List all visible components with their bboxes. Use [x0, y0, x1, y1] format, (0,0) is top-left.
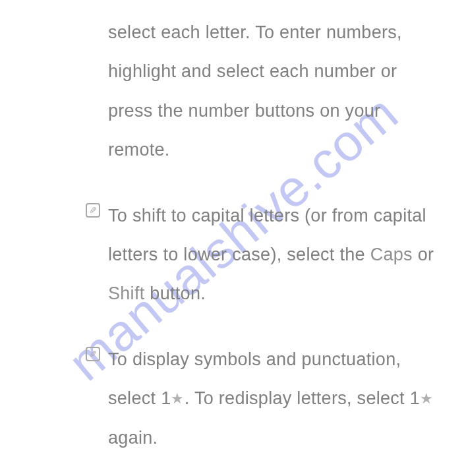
note-icon: [86, 347, 100, 361]
paragraph-symbols: To display symbols and punctuation, sele…: [86, 340, 446, 458]
paragraph-intro: select each letter. To enter numbers, hi…: [86, 13, 446, 170]
body-text: select each letter. To enter numbers, hi…: [108, 22, 402, 160]
body-text: To display symbols and punctuation, sele…: [108, 349, 433, 448]
text-segment: button.: [145, 283, 206, 303]
body-text: To shift to capital letters (or from cap…: [108, 206, 434, 304]
text-segment: or: [413, 245, 434, 264]
text-segment: . To redisplay letters, select 1: [185, 388, 420, 408]
paragraph-caps: To shift to capital letters (or from cap…: [86, 196, 446, 314]
note-icon: [86, 203, 100, 218]
star-icon: ★: [420, 383, 433, 415]
keyword-shift: Shift: [108, 283, 145, 303]
star-icon: ★: [171, 383, 184, 415]
text-segment: again.: [108, 428, 158, 448]
document-body: select each letter. To enter numbers, hi…: [86, 13, 446, 476]
keyword-caps: Caps: [370, 245, 413, 264]
